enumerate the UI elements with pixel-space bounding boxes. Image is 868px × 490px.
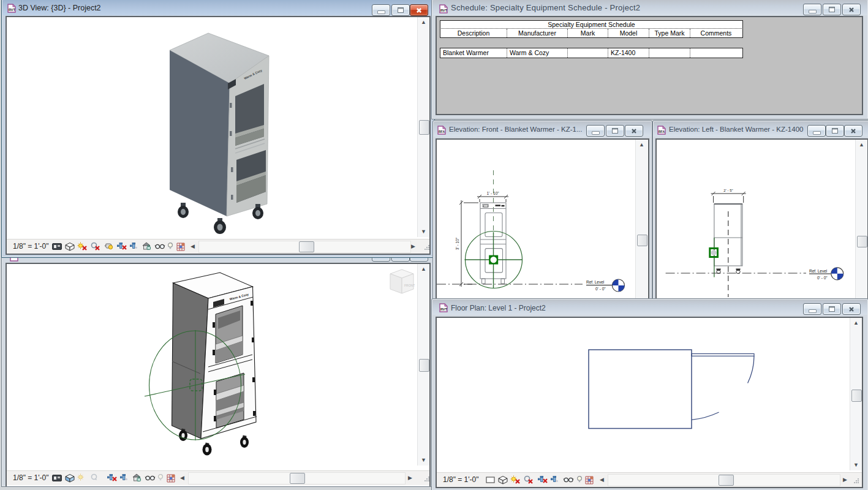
- svg-text:FRONT: FRONT: [404, 284, 415, 287]
- svg-text:RVT: RVT: [440, 9, 448, 12]
- svg-text:◦: ◦: [556, 478, 558, 484]
- svg-text:RFA: RFA: [659, 130, 665, 134]
- svg-text:RVT: RVT: [440, 307, 448, 311]
- svg-text:0' - 0": 0' - 0": [817, 276, 828, 280]
- svg-text:◦: ◦: [126, 477, 127, 482]
- svg-text:2' - 5": 2' - 5": [723, 189, 733, 192]
- svg-text:Ref. Level: Ref. Level: [809, 269, 828, 273]
- svg-text:Ref. Level: Ref. Level: [586, 280, 605, 284]
- svg-text:3' - 10": 3' - 10": [455, 237, 459, 250]
- svg-text:1' - 10": 1' - 10": [486, 191, 499, 195]
- svg-text:0' - 0": 0' - 0": [595, 287, 606, 291]
- svg-text:RFA: RFA: [439, 130, 445, 134]
- svg-text:◦: ◦: [135, 245, 137, 251]
- svg-text:RVT: RVT: [9, 8, 16, 12]
